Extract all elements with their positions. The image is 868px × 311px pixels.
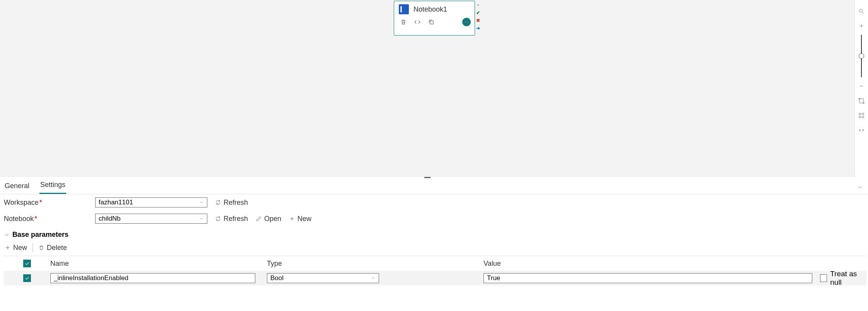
notebook-label: Notebook*	[4, 215, 95, 223]
param-type-select[interactable]: Bool	[267, 273, 379, 283]
chevron-down-icon	[4, 232, 9, 238]
activity-actions	[394, 16, 475, 30]
refresh-icon	[215, 216, 221, 222]
tab-settings[interactable]: Settings	[39, 178, 66, 194]
notebook-value: childNb	[99, 215, 121, 223]
svg-rect-5	[859, 116, 861, 118]
edit-icon	[256, 216, 262, 222]
zoom-slider[interactable]	[861, 35, 862, 77]
delete-icon[interactable]	[399, 17, 408, 27]
svg-rect-3	[859, 113, 861, 115]
select-all-checkbox[interactable]	[23, 260, 31, 267]
svg-rect-4	[862, 113, 864, 115]
refresh-notebook-button[interactable]: Refresh	[215, 215, 248, 223]
chevron-down-icon	[199, 200, 204, 205]
panel-tabs: General Settings	[0, 179, 868, 194]
svg-rect-6	[862, 116, 864, 118]
pipeline-canvas[interactable]: Notebook1 • ✔ ✖ ➔	[0, 0, 854, 177]
param-value-input[interactable]	[484, 273, 812, 283]
treat-as-null-checkbox[interactable]	[820, 274, 827, 282]
canvas-toolbar	[854, 0, 868, 177]
svg-rect-2	[859, 99, 864, 103]
connector-strip: • ✔ ✖ ➔	[475, 0, 482, 33]
fit-to-screen-icon[interactable]	[855, 93, 868, 108]
collapse-panel-icon[interactable]	[857, 184, 863, 192]
connector-success-icon[interactable]: ✔	[475, 10, 481, 15]
workspace-value: fazhan1101	[99, 199, 133, 206]
workspace-label: Workspace*	[4, 199, 95, 207]
delete-param-button[interactable]: Delete	[38, 244, 67, 252]
connector-completion-icon[interactable]: ➔	[475, 25, 481, 31]
code-icon[interactable]	[413, 17, 422, 27]
refresh-icon	[215, 199, 221, 206]
workspace-dropdown[interactable]: fazhan1101	[95, 197, 207, 207]
param-actions: New Delete	[0, 241, 868, 256]
zoom-in-icon[interactable]	[855, 19, 868, 33]
zoom-handle[interactable]	[859, 53, 864, 59]
column-name: Name	[50, 260, 267, 268]
run-icon[interactable]	[462, 18, 471, 26]
action-divider	[32, 243, 33, 252]
properties-panel: General Settings Workspace* fazhan1101 R…	[0, 178, 868, 311]
new-param-button[interactable]: New	[5, 244, 27, 252]
column-type: Type	[267, 260, 484, 268]
param-name-input[interactable]	[50, 273, 255, 283]
layout-icon[interactable]	[855, 108, 868, 123]
copy-icon[interactable]	[427, 17, 436, 27]
minimize-icon[interactable]	[855, 123, 868, 138]
chevron-down-icon	[371, 276, 376, 280]
refresh-workspace-button[interactable]: Refresh	[215, 199, 248, 207]
chevron-down-icon	[199, 216, 204, 221]
notebook-row: Notebook* childNb Refresh Open New	[0, 211, 868, 227]
splitter-grip-icon	[424, 177, 431, 178]
row-checkbox[interactable]	[23, 274, 31, 282]
open-notebook-button[interactable]: Open	[256, 215, 281, 223]
param-table: Name Type Value Bool	[4, 256, 866, 286]
svg-point-1	[859, 9, 863, 12]
treat-as-null-label: Treat as null	[830, 270, 866, 287]
zoom-out-icon[interactable]	[855, 79, 868, 93]
svg-rect-0	[430, 21, 433, 24]
notebook-icon	[399, 4, 409, 14]
connector-skip-icon[interactable]: •	[475, 2, 481, 8]
activity-title: Notebook1	[413, 5, 447, 14]
connector-fail-icon[interactable]: ✖	[475, 18, 481, 23]
workspace-row: Workspace* fazhan1101 Refresh	[0, 194, 868, 211]
activity-header: Notebook1	[394, 1, 475, 16]
table-header: Name Type Value	[4, 256, 866, 271]
tab-general[interactable]: General	[4, 179, 30, 194]
search-icon[interactable]	[855, 4, 868, 19]
trash-icon	[38, 245, 44, 251]
base-parameters-header[interactable]: Base parameters	[0, 227, 868, 241]
notebook-dropdown[interactable]: childNb	[95, 214, 207, 224]
column-value: Value	[484, 260, 820, 268]
table-row: Bool Treat as null	[4, 271, 866, 286]
new-notebook-button[interactable]: New	[289, 215, 311, 223]
plus-icon	[289, 216, 295, 222]
activity-node[interactable]: Notebook1	[394, 1, 475, 36]
plus-icon	[5, 245, 11, 251]
